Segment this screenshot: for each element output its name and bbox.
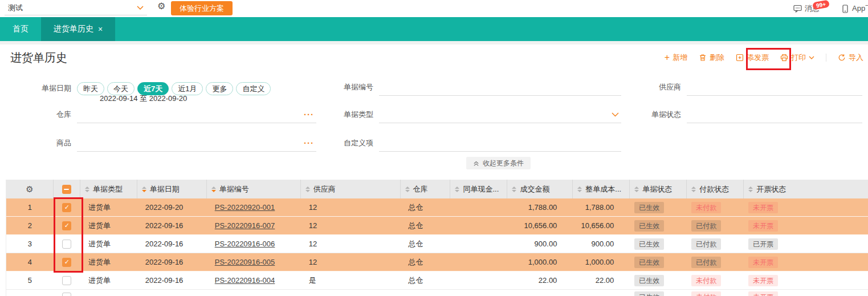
product-input[interactable]: ···: [77, 135, 316, 152]
column-header-doc-number[interactable]: 单据编号: [207, 180, 301, 198]
cell-doc-date: 2022-09-16: [137, 253, 207, 271]
status-badge: 未付款: [691, 275, 721, 286]
date-pill[interactable]: 自定义: [236, 82, 271, 95]
column-header-payment-status[interactable]: 付款状态: [687, 180, 744, 198]
cell-doc-status: 已生效: [630, 271, 687, 289]
warehouse-input[interactable]: ···: [77, 106, 316, 123]
status-badge: 已生效: [634, 238, 664, 250]
ellipsis-picker-icon[interactable]: ···: [304, 110, 314, 119]
date-range-text: 2022-09-14 至 2022-09-20: [100, 94, 187, 104]
row-checkbox[interactable]: [62, 276, 71, 285]
column-settings-button[interactable]: ⚙: [6, 180, 54, 198]
column-header-same-order-cash[interactable]: 同单现金...: [450, 180, 507, 198]
data-table: ⚙单据类型单据日期单据编号供应商仓库同单现金...成交金额整单成本...单据状态…: [6, 180, 868, 296]
message-count-badge: 99+: [812, 0, 830, 10]
cell-payment-status: 未付款: [687, 290, 744, 296]
status-badge: 未付款: [691, 202, 721, 213]
custom-field-label: 自定义项: [319, 138, 373, 148]
delete-button[interactable]: 删除: [699, 52, 724, 63]
doc-no-input[interactable]: [379, 79, 621, 96]
cell-supplier: 12: [301, 198, 401, 216]
ellipsis-picker-icon[interactable]: ···: [304, 138, 314, 148]
row-checkbox[interactable]: ✓: [62, 221, 71, 230]
supplier-input[interactable]: [687, 79, 862, 96]
cell-checkbox: [54, 271, 80, 289]
column-label: 供应商: [313, 184, 336, 194]
doc-type-select[interactable]: [379, 106, 621, 123]
cell-warehouse: 总仓: [401, 217, 451, 234]
doc-no-label: 单据编号: [319, 82, 373, 92]
column-header-order-cost[interactable]: 整单成本...: [573, 180, 630, 198]
row-checkbox[interactable]: [62, 293, 71, 296]
cell-invoice-status: 未开票: [744, 217, 868, 234]
doc-status-input[interactable]: [687, 106, 862, 123]
import-button[interactable]: 导入: [838, 52, 863, 63]
sort-asc-icon: [691, 186, 696, 189]
trash-icon: [699, 54, 707, 62]
add-button[interactable]: + 新增: [665, 52, 687, 63]
doc-number-link[interactable]: PS-20220916-007: [215, 221, 275, 230]
column-header-deal-amount[interactable]: 成交金额: [507, 180, 573, 198]
row-checkbox[interactable]: ✓: [62, 203, 71, 212]
doc-number-link[interactable]: PS-20220920-001: [215, 203, 275, 212]
status-badge: 已生效: [634, 257, 664, 268]
cell-deal-amount: 900.00: [507, 235, 573, 253]
company-select[interactable]: 测试: [5, 1, 147, 15]
cell: [573, 290, 630, 296]
tab-purchase-history[interactable]: 进货单历史×: [41, 17, 115, 41]
custom-field-input[interactable]: [379, 135, 621, 152]
cell-doc-type: 进货单: [80, 235, 137, 253]
row-checkbox[interactable]: ✓: [62, 258, 71, 267]
column-header-warehouse[interactable]: 仓库: [401, 180, 451, 198]
select-all-checkbox[interactable]: [62, 185, 71, 194]
sort-arrows-icon: [405, 186, 410, 192]
column-header-doc-date[interactable]: 单据日期: [137, 180, 207, 198]
doc-number-link[interactable]: PS-20220916-004: [215, 276, 275, 285]
trial-button[interactable]: 体验行业方案: [171, 1, 233, 15]
cell-warehouse: 总仓: [401, 253, 451, 271]
cell-checkbox: [54, 235, 80, 253]
collapse-filters-button[interactable]: 收起更多条件: [466, 157, 531, 169]
cell-payment-status: 已付款: [687, 235, 744, 253]
status-badge: 已付款: [691, 220, 721, 232]
cell-supplier: 是: [301, 271, 401, 289]
sort-arrows-icon: [691, 186, 696, 192]
column-header-doc-status[interactable]: 单据状态: [630, 180, 687, 198]
add-invoice-button[interactable]: 添发票: [736, 52, 769, 63]
cell-same-order-cash: [450, 217, 507, 234]
doc-number-link[interactable]: PS-20220916-005: [215, 258, 275, 266]
messages-button[interactable]: 消息 99+: [793, 3, 820, 14]
column-label: 付款状态: [699, 184, 729, 194]
filter-product: 商品 ···: [23, 135, 316, 152]
cell-same-order-cash: [450, 198, 507, 216]
cell-deal-amount: 10,656.00: [507, 217, 573, 234]
cell-same-order-cash: [450, 271, 507, 289]
column-header-invoice-status[interactable]: 开票状态: [744, 180, 868, 198]
app-download-button[interactable]: App下载: [841, 3, 868, 14]
column-header-doc-type[interactable]: 单据类型: [80, 180, 137, 198]
filter-custom: 自定义项: [319, 135, 621, 152]
table-row: 已生效未付款未开票: [6, 290, 868, 296]
column-header-supplier[interactable]: 供应商: [301, 180, 401, 198]
gear-icon: ⚙: [26, 185, 33, 193]
print-button[interactable]: 打印: [780, 52, 814, 63]
cell-order-cost: 1,000.00: [573, 253, 630, 271]
row-checkbox[interactable]: [62, 240, 71, 249]
tab-home[interactable]: 首页: [0, 17, 41, 41]
cell-doc-type: 进货单: [80, 198, 137, 216]
status-badge: 已生效: [634, 220, 664, 232]
close-icon[interactable]: ×: [98, 25, 103, 34]
cell-doc-status: 已生效: [630, 198, 687, 216]
cell-doc-number: PS-20220916-007: [207, 217, 301, 234]
cell-deal-amount: 1,000.00: [507, 253, 573, 271]
date-pill[interactable]: 更多: [206, 82, 233, 95]
sort-arrows-icon: [85, 186, 89, 192]
sort-desc-icon: [211, 190, 216, 192]
gear-icon[interactable]: ⚙: [157, 2, 165, 11]
sort-arrows-icon: [305, 186, 310, 192]
status-badge: 未开票: [748, 257, 778, 268]
doc-number-link[interactable]: PS-20220916-006: [215, 240, 275, 248]
status-badge: 未开票: [748, 202, 778, 213]
cell-row-number: [6, 290, 54, 296]
import-label: 导入: [849, 52, 863, 63]
